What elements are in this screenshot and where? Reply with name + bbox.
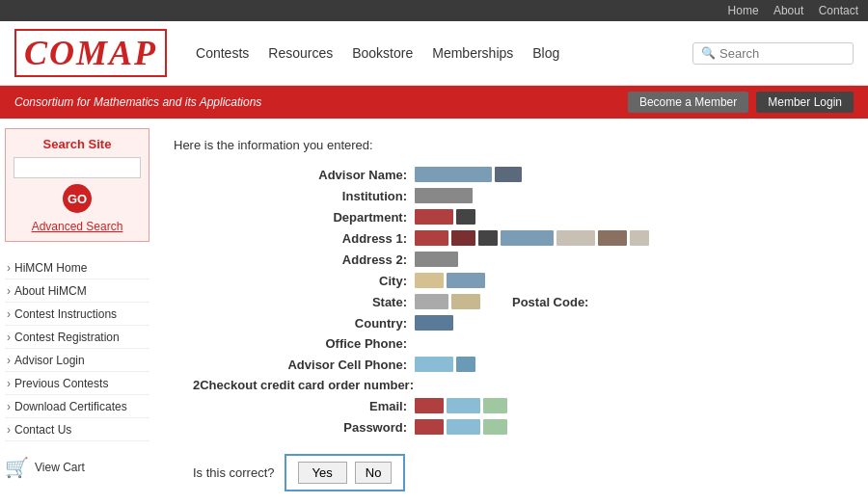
- row-office-phone: Office Phone:: [193, 336, 849, 351]
- redacted-block: [483, 398, 507, 413]
- himcm-home-link[interactable]: HiMCM Home: [7, 261, 87, 275]
- yes-button[interactable]: Yes: [298, 462, 347, 484]
- label-office-phone: Office Phone:: [193, 336, 415, 351]
- search-site-box: Search Site GO Advanced Search: [5, 128, 149, 242]
- become-member-button[interactable]: Become a Member: [628, 92, 748, 113]
- redacted-block: [415, 188, 473, 203]
- no-button[interactable]: No: [355, 462, 393, 484]
- redacted-block: [447, 273, 485, 288]
- top-contact-link[interactable]: Contact: [819, 4, 858, 17]
- row-city: City:: [193, 273, 849, 288]
- label-state: State:: [193, 295, 415, 309]
- value-institution: [415, 188, 473, 203]
- value-country: [415, 315, 453, 331]
- redacted-block: [451, 230, 475, 246]
- value-address1: [415, 230, 649, 246]
- contest-instructions-link[interactable]: Contest Instructions: [7, 307, 117, 321]
- redacted-block: [415, 230, 448, 246]
- sidebar-item-himcm-home[interactable]: HiMCM Home: [5, 256, 149, 279]
- value-password: [415, 419, 507, 435]
- nav-contests[interactable]: Contests: [196, 45, 249, 61]
- contact-us-link[interactable]: Contact Us: [7, 423, 71, 437]
- redacted-block: [447, 419, 480, 435]
- sidebar-item-about[interactable]: About HiMCM: [5, 279, 149, 303]
- advisor-login-link[interactable]: Advisor Login: [7, 354, 85, 367]
- row-department: Department:: [193, 209, 849, 225]
- arrow-icon: [420, 499, 477, 504]
- sidebar-item-certificates[interactable]: Download Certificates: [5, 395, 149, 418]
- redacted-block: [415, 398, 444, 413]
- top-home-link[interactable]: Home: [728, 4, 759, 17]
- value-address2: [415, 252, 458, 267]
- arrow-container: [420, 499, 849, 504]
- confirm-row: Is this correct? Yes No: [193, 454, 849, 491]
- label-password: Password:: [193, 420, 415, 435]
- label-city: City:: [193, 274, 415, 288]
- search-box: 🔍: [692, 42, 854, 65]
- sidebar: Search Site GO Advanced Search HiMCM Hom…: [0, 128, 154, 504]
- value-cell-phone: [415, 357, 475, 372]
- red-banner: Consortium for Mathematics and its Appli…: [0, 86, 868, 119]
- label-institution: Institution:: [193, 189, 415, 203]
- redacted-block: [630, 230, 649, 246]
- svg-marker-0: [423, 499, 477, 504]
- search-site-input[interactable]: [14, 157, 141, 178]
- search-site-title: Search Site: [14, 137, 141, 151]
- download-certificates-link[interactable]: Download Certificates: [7, 400, 127, 413]
- value-email: [415, 398, 507, 413]
- top-bar: Home About Contact: [0, 0, 868, 21]
- main-nav: Contests Resources Bookstore Memberships…: [196, 42, 854, 65]
- redacted-block: [415, 357, 453, 372]
- sidebar-item-instructions[interactable]: Contest Instructions: [5, 303, 149, 326]
- label-email: Email:: [193, 399, 415, 413]
- search-input[interactable]: [719, 46, 845, 61]
- go-button[interactable]: GO: [63, 184, 92, 213]
- redacted-block: [483, 419, 507, 435]
- label-address2: Address 2:: [193, 252, 415, 267]
- label-cell-phone: Advisor Cell Phone:: [193, 358, 415, 372]
- label-department: Department:: [193, 210, 415, 225]
- label-address1: Address 1:: [193, 231, 415, 246]
- member-login-button[interactable]: Member Login: [756, 92, 854, 113]
- sidebar-item-contact-us[interactable]: Contact Us: [5, 418, 149, 441]
- org-name: Consortium for Mathematics and its Appli…: [14, 95, 261, 109]
- nav-memberships[interactable]: Memberships: [432, 45, 513, 61]
- content-area: Search Site GO Advanced Search HiMCM Hom…: [0, 119, 868, 504]
- view-cart-label: View Cart: [35, 461, 85, 474]
- redacted-block: [456, 209, 475, 225]
- sidebar-item-registration[interactable]: Contest Registration: [5, 326, 149, 349]
- row-address1: Address 1:: [193, 230, 849, 246]
- logo: COMAP: [14, 29, 167, 77]
- value-advisor-name: [415, 167, 522, 182]
- contest-registration-link[interactable]: Contest Registration: [7, 331, 120, 344]
- previous-contests-link[interactable]: Previous Contests: [7, 377, 108, 390]
- label-checkout: 2Checkout credit card order number:: [193, 378, 421, 392]
- sidebar-item-previous-contests[interactable]: Previous Contests: [5, 372, 149, 395]
- row-email: Email:: [193, 398, 849, 413]
- nav-bookstore[interactable]: Bookstore: [352, 45, 413, 61]
- value-department: [415, 209, 475, 225]
- row-state: State: Postal Code:: [193, 294, 849, 309]
- about-himcm-link[interactable]: About HiMCM: [7, 284, 87, 298]
- redacted-block: [478, 230, 498, 246]
- top-about-link[interactable]: About: [773, 4, 803, 17]
- advanced-search-link[interactable]: Advanced Search: [32, 220, 123, 233]
- label-country: Country:: [193, 316, 415, 331]
- redacted-block: [415, 273, 444, 288]
- sidebar-nav: HiMCM Home About HiMCM Contest Instructi…: [5, 256, 149, 441]
- row-country: Country:: [193, 315, 849, 331]
- row-cell-phone: Advisor Cell Phone:: [193, 357, 849, 372]
- sidebar-item-advisor-login[interactable]: Advisor Login: [5, 349, 149, 372]
- main-header: COMAP Contests Resources Bookstore Membe…: [0, 21, 868, 86]
- label-advisor-name: Advisor Name:: [193, 168, 415, 182]
- redacted-block: [556, 230, 595, 246]
- redacted-block: [415, 167, 492, 182]
- nav-blog[interactable]: Blog: [532, 45, 559, 61]
- redacted-block: [415, 315, 453, 331]
- main-content: Here is the information you entered: Adv…: [154, 128, 868, 504]
- nav-resources[interactable]: Resources: [268, 45, 333, 61]
- view-cart[interactable]: 🛒 View Cart: [5, 456, 149, 479]
- redacted-block: [495, 167, 522, 182]
- row-checkout: 2Checkout credit card order number:: [193, 378, 849, 392]
- redacted-block: [456, 357, 475, 372]
